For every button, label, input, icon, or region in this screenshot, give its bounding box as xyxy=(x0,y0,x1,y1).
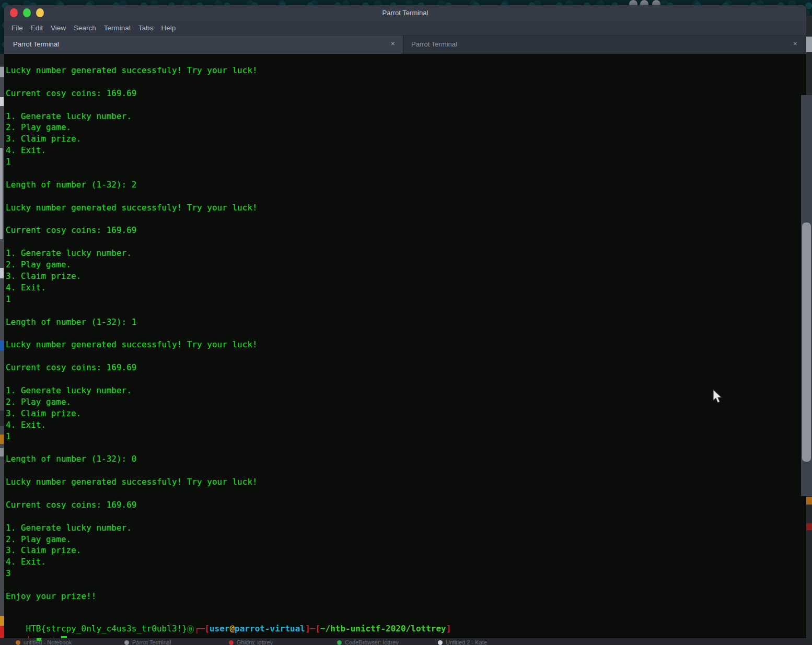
terminal-line: 4. Exit. xyxy=(6,282,258,294)
terminal-tabbar: Parrot Terminal × Parrot Terminal × xyxy=(4,36,806,54)
terminal-line: 1. Generate lucky number. xyxy=(6,385,258,396)
terminal-line xyxy=(6,511,258,522)
scrollbar-thumb[interactable] xyxy=(802,222,811,462)
tab-label: Parrot Terminal xyxy=(13,40,59,48)
terminal-menu-item[interactable]: Terminal xyxy=(104,24,131,32)
terminal-line: 4. Exit. xyxy=(6,556,258,568)
mouse-cursor xyxy=(712,389,723,404)
terminal-line: 1. Generate lucky number. xyxy=(6,522,258,534)
taskbar-item[interactable]: Parrot Terminal xyxy=(124,639,171,645)
terminal-line: 3. Claim prize. xyxy=(6,545,258,556)
taskbar-app-icon xyxy=(229,640,234,645)
prompt-bracket: ]─[ xyxy=(305,624,320,634)
terminal-line: 3. Claim prize. xyxy=(6,408,258,419)
taskbar-app-label: Untitled 2 - Kate xyxy=(446,639,487,645)
tab-close-icon[interactable]: × xyxy=(793,40,797,48)
prompt-bracket: ] xyxy=(446,624,451,634)
terminal-line: 1 xyxy=(6,156,258,168)
terminal-line: Length of number (1-32): 1 xyxy=(6,316,258,328)
terminal-line xyxy=(6,488,258,499)
terminal-line: 2. Play game. xyxy=(6,534,258,545)
taskbar-app-icon xyxy=(16,640,20,645)
terminal-line: 2. Play game. xyxy=(6,122,258,133)
terminal-line: 4. Exit. xyxy=(6,419,258,431)
desktop: Parrot Terminal FileEditViewSearchTermin… xyxy=(0,0,812,645)
terminal-line: 3. Claim prize. xyxy=(6,133,258,145)
taskbar-app-label: Parrot Terminal xyxy=(132,639,171,645)
terminal-line xyxy=(6,442,258,453)
terminal-line xyxy=(6,579,258,591)
terminal-line: Current cosy coins: 169.69 xyxy=(6,88,258,99)
taskbar-app-icon xyxy=(124,640,129,645)
prompt-host: parrot-virtual xyxy=(235,624,305,634)
terminal-line xyxy=(6,214,258,225)
left-window-sliver xyxy=(0,54,4,638)
terminal-line: Length of number (1-32): 0 xyxy=(6,453,258,465)
terminal-line xyxy=(6,168,258,179)
terminal-line xyxy=(6,236,258,248)
terminal-line xyxy=(6,191,258,202)
decompile-vscrollbar[interactable] xyxy=(801,95,812,496)
taskbar-app-label: untitled - Notebook xyxy=(24,639,72,645)
terminal-line: Lucky number generated successfuly! Try … xyxy=(6,476,258,488)
terminal-line: Current cosy coins: 169.69 xyxy=(6,499,258,511)
terminal-line: 4. Exit. xyxy=(6,145,258,156)
terminal-line xyxy=(6,350,258,362)
terminal-line xyxy=(6,305,258,316)
terminal-line: Current cosy coins: 169.69 xyxy=(6,362,258,373)
terminal-line xyxy=(6,76,258,88)
taskbar-item[interactable]: CodeBrowser: lottrey xyxy=(337,639,399,645)
terminal-menu-item[interactable]: Tabs xyxy=(138,24,154,32)
terminal-line: 1 xyxy=(6,431,258,442)
terminal-line xyxy=(6,602,258,614)
terminal-line: 3. Claim prize. xyxy=(6,271,258,282)
terminal-menu-item[interactable]: File xyxy=(11,24,23,32)
prompt-at: @ xyxy=(229,624,235,634)
taskbar-app-icon xyxy=(337,640,342,645)
terminal-output: Lucky number generated successfuly! Try … xyxy=(6,65,258,614)
terminal-menu-item[interactable]: Search xyxy=(74,24,96,32)
taskbar-item[interactable]: Untitled 2 - Kate xyxy=(438,639,487,645)
terminal-line: 1. Generate lucky number. xyxy=(6,248,258,259)
terminal-line xyxy=(6,465,258,476)
terminal-line xyxy=(6,99,258,111)
bell-glyph: 0 xyxy=(187,625,194,634)
tab-label: Parrot Terminal xyxy=(411,40,457,48)
taskbar[interactable]: untitled - NotebookParrot TerminalGhidra… xyxy=(0,638,812,645)
terminal-line: Current cosy coins: 169.69 xyxy=(6,225,258,236)
terminal-tab-inactive[interactable]: Parrot Terminal × xyxy=(404,36,806,54)
taskbar-app-label: CodeBrowser: lottrey xyxy=(345,639,399,645)
terminal-line: 3 xyxy=(6,568,258,579)
prompt-path: ~/htb-unictf-2020/lottrey xyxy=(320,624,446,634)
taskbar-app-icon xyxy=(438,640,443,645)
taskbar-item[interactable]: untitled - Notebook xyxy=(16,639,72,645)
terminal-line xyxy=(6,373,258,385)
terminal-tab-active[interactable]: Parrot Terminal × xyxy=(4,36,403,54)
prompt-bracket: ┌─[ xyxy=(194,624,210,634)
terminal-line: 2. Play game. xyxy=(6,396,258,408)
prompt-user: user xyxy=(210,624,230,634)
terminal-line: 1. Generate lucky number. xyxy=(6,111,258,122)
terminal-menubar: FileEditViewSearchTerminalTabsHelp xyxy=(4,21,806,36)
terminal-line: 1 xyxy=(6,294,258,305)
taskbar-item[interactable]: Ghidra: lottrey xyxy=(229,639,273,645)
window-title: Parrot Terminal xyxy=(4,9,806,17)
taskbar-app-label: Ghidra: lottrey xyxy=(237,639,273,645)
terminal-titlebar[interactable]: Parrot Terminal xyxy=(4,5,806,21)
terminal-menu-item[interactable]: Help xyxy=(161,24,176,32)
tab-close-icon[interactable]: × xyxy=(391,40,395,48)
terminal-line: Lucky number generated successfuly! Try … xyxy=(6,339,258,350)
terminal-line: Enjoy your prize!! xyxy=(6,591,258,602)
terminal-line: Lucky number generated successfuly! Try … xyxy=(6,65,258,76)
terminal-menu-item[interactable]: Edit xyxy=(31,24,43,32)
terminal-line: 2. Play game. xyxy=(6,259,258,271)
terminal-line: Length of number (1-32): 2 xyxy=(6,179,258,191)
terminal-line xyxy=(6,327,258,339)
terminal-line: Lucky number generated successfuly! Try … xyxy=(6,202,258,214)
terminal-menu-item[interactable]: View xyxy=(51,24,66,32)
